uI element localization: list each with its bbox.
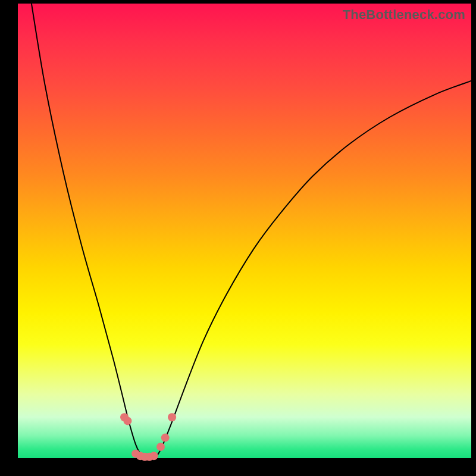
bottleneck-curve (32, 4, 471, 459)
marker-dot (161, 434, 170, 442)
chart-frame: TheBottleneck.com (0, 0, 476, 476)
plot-area: TheBottleneck.com (18, 4, 471, 458)
marker-dot (123, 416, 131, 425)
marker-dot (156, 443, 165, 451)
curve-markers (120, 413, 176, 461)
marker-dot (150, 452, 158, 460)
marker-dot (168, 413, 176, 421)
chart-svg (18, 4, 471, 458)
